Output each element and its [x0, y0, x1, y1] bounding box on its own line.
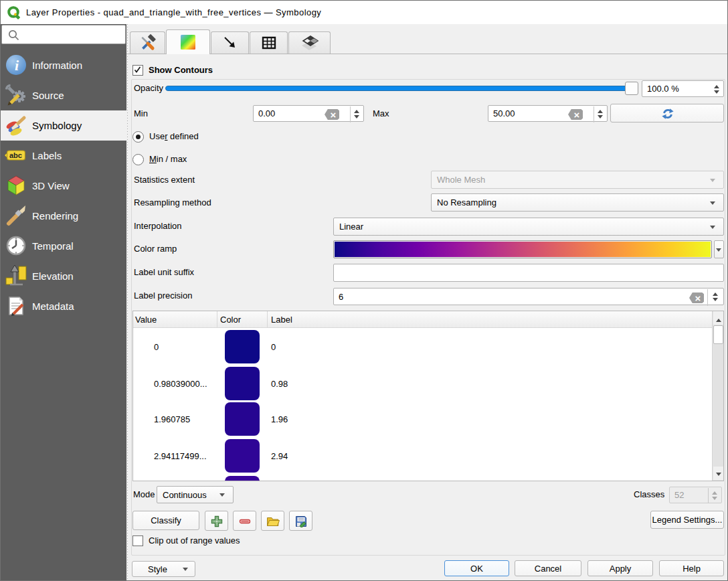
column-header-value[interactable]: Value	[135, 311, 157, 328]
load-classes-button[interactable]	[261, 511, 284, 531]
close-icon[interactable]	[695, 3, 722, 22]
color-ramp-button[interactable]	[333, 240, 712, 258]
statistics-extent-select[interactable]: Whole Mesh	[431, 171, 724, 189]
mode-label: Mode	[133, 489, 155, 501]
chevron-down-icon	[710, 201, 715, 205]
tab-rendering[interactable]	[250, 31, 288, 54]
opacity-slider-track[interactable]	[165, 86, 638, 91]
save-icon	[295, 515, 307, 527]
color-swatch[interactable]	[225, 402, 260, 436]
opacity-slider-handle[interactable]	[625, 82, 638, 95]
legend-settings-button[interactable]: Legend Settings...	[650, 511, 724, 529]
sidebar: i Information Source	[1, 24, 126, 581]
user-defined-radio[interactable]	[132, 131, 144, 143]
table-scrollbar[interactable]	[712, 311, 723, 481]
column-header-color[interactable]: Color	[220, 311, 241, 328]
apply-button[interactable]: Apply	[587, 560, 653, 576]
show-contours-checkbox[interactable]	[132, 65, 143, 76]
style-button[interactable]: Style	[132, 561, 195, 577]
clip-checkbox[interactable]	[132, 535, 143, 546]
classes-spin-arrows[interactable]	[709, 487, 720, 503]
chevron-down-icon	[716, 248, 721, 252]
source-icon	[5, 84, 27, 106]
sidebar-item-metadata[interactable]: Metadata	[1, 291, 126, 321]
table-row[interactable]: 2.94117499... 2.94	[133, 438, 723, 475]
add-class-button[interactable]	[205, 511, 228, 531]
remove-class-button[interactable]	[233, 511, 256, 531]
interpolation-select[interactable]: Linear	[333, 218, 724, 236]
save-classes-button[interactable]	[289, 511, 312, 531]
scroll-up-button[interactable]	[713, 311, 724, 325]
label-unit-suffix-label: Label unit suffix	[134, 266, 194, 278]
tab-averaging[interactable]	[288, 31, 331, 54]
sidebar-item-source[interactable]: Source	[1, 80, 126, 110]
opacity-spin-arrows[interactable]	[711, 81, 722, 96]
show-contours-label: Show Contours	[149, 64, 213, 76]
labels-icon: abc	[5, 144, 27, 167]
table-row[interactable]	[133, 475, 723, 481]
label-precision-spin-arrows[interactable]	[710, 288, 721, 305]
splitter-handle[interactable]	[127, 24, 128, 581]
label-unit-suffix-input[interactable]	[333, 264, 724, 282]
sidebar-item-3d-view[interactable]: 3D View	[1, 171, 126, 201]
scroll-down-button[interactable]	[713, 467, 724, 480]
interpolation-label: Interpolation	[134, 220, 182, 232]
label-precision-label: Label precision	[134, 290, 192, 302]
refresh-icon	[661, 107, 674, 120]
scroll-thumb[interactable]	[713, 325, 723, 344]
color-swatch[interactable]	[225, 367, 260, 400]
color-swatch[interactable]	[225, 476, 260, 481]
plus-icon	[211, 515, 223, 527]
temporal-icon	[5, 234, 27, 257]
color-swatch[interactable]	[225, 439, 260, 473]
chevron-down-icon	[710, 179, 715, 182]
classify-button[interactable]: Classify	[132, 511, 199, 530]
color-gradient-icon	[180, 34, 196, 50]
max-input[interactable]: 50.00 ×	[488, 105, 608, 122]
min-label: Min	[134, 108, 148, 120]
svg-text:abc: abc	[9, 151, 22, 159]
max-clear-icon[interactable]: ×	[568, 109, 583, 120]
classes-label: Classes	[634, 489, 664, 501]
label-precision-clear-icon[interactable]: ×	[689, 293, 704, 303]
svg-text:i: i	[15, 57, 19, 74]
chevron-down-icon	[219, 493, 225, 497]
ok-button[interactable]: OK	[444, 560, 509, 576]
opacity-spinbox[interactable]: 100.0 %	[642, 80, 724, 97]
sidebar-item-rendering[interactable]: Rendering	[1, 201, 126, 231]
metadata-icon	[5, 295, 27, 317]
sidebar-item-symbology[interactable]: Symbology	[1, 110, 126, 141]
color-ramp-dropdown[interactable]	[714, 240, 724, 258]
label-precision-input[interactable]: 6 ×	[333, 288, 724, 305]
opacity-label: Opacity	[134, 82, 163, 94]
table-row[interactable]: 0 0	[133, 329, 723, 365]
resampling-method-label: Resampling method	[134, 197, 211, 209]
tab-vectors[interactable]	[211, 31, 249, 54]
mesh-layers-icon	[301, 35, 318, 51]
table-row[interactable]: 0.98039000... 0.98	[133, 365, 723, 402]
tools-icon	[139, 34, 157, 52]
sidebar-item-temporal[interactable]: Temporal	[1, 231, 126, 261]
min-spin-arrows[interactable]	[351, 106, 362, 121]
tab-general[interactable]	[130, 31, 165, 54]
color-ramp-label: Color ramp	[134, 243, 177, 255]
mode-select[interactable]: Continuous	[157, 486, 234, 503]
tab-contours[interactable]	[166, 29, 210, 54]
sidebar-item-elevation[interactable]: Elevation	[1, 261, 126, 291]
folder-icon	[266, 515, 280, 527]
search-input[interactable]	[1, 25, 126, 44]
classes-spinbox[interactable]: 52	[669, 487, 722, 503]
help-button[interactable]: Help	[659, 560, 724, 576]
color-swatch[interactable]	[225, 330, 260, 363]
column-header-label[interactable]: Label	[271, 311, 292, 328]
reload-min-max-button[interactable]	[610, 104, 724, 122]
sidebar-item-labels[interactable]: abc Labels	[1, 141, 126, 171]
max-spin-arrows[interactable]	[595, 106, 606, 121]
resampling-method-select[interactable]: No Resampling	[431, 193, 724, 212]
sidebar-item-information[interactable]: i Information	[1, 50, 126, 80]
cancel-button[interactable]: Cancel	[515, 560, 581, 576]
min-max-radio[interactable]	[132, 154, 144, 165]
min-input[interactable]: 0.00 ×	[253, 105, 364, 122]
table-row[interactable]: 1.960785 1.96	[133, 401, 723, 438]
min-clear-icon[interactable]: ×	[325, 109, 339, 120]
